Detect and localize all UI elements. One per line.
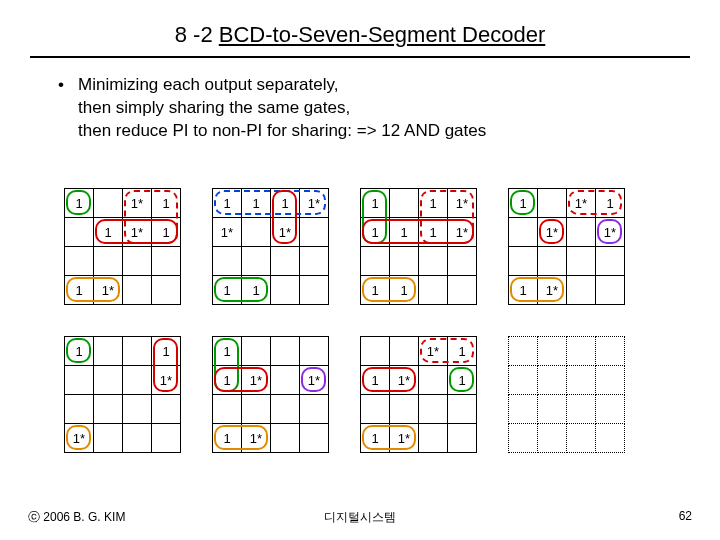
kmap-cell (567, 276, 596, 305)
kmap-cell (65, 247, 94, 276)
kmap-cell: 1* (390, 424, 419, 453)
kmap-cell: 1 (242, 276, 271, 305)
kmap-cell (300, 276, 329, 305)
kmap-cell (596, 424, 625, 453)
kmap-cell: 1* (300, 366, 329, 395)
kmap-cell (123, 247, 152, 276)
kmap-cell: 1* (538, 218, 567, 247)
kmap-cell (242, 337, 271, 366)
kmap-cell: 1* (390, 366, 419, 395)
kmap-cell: 1 (213, 424, 242, 453)
kmap-cell (509, 337, 538, 366)
kmap-cell: 1* (65, 424, 94, 453)
kmap-cell (300, 337, 329, 366)
kmap-cell: 1 (361, 189, 390, 218)
kmap-cell (94, 395, 123, 424)
kmap-cell (271, 366, 300, 395)
kmap-cell (123, 395, 152, 424)
kmap-cell: 1* (271, 218, 300, 247)
kmap-cell: 1* (300, 189, 329, 218)
kmap-cell (538, 366, 567, 395)
kmap-d: 11*11*1*11* (508, 188, 625, 305)
kmap-cell: 1* (123, 189, 152, 218)
kmap-a: 11*111*111* (64, 188, 181, 305)
kmap-cell (152, 247, 181, 276)
slide-title: 8 -2 BCD-to-Seven-Segment Decoder (0, 0, 720, 48)
kmap-cell (94, 247, 123, 276)
kmap-cell (94, 366, 123, 395)
kmap-cell: 1 (448, 337, 477, 366)
kmap-cell (361, 395, 390, 424)
kmap-cell: 1 (271, 189, 300, 218)
kmap-cell (94, 337, 123, 366)
kmap-cell (390, 247, 419, 276)
kmap-cell (94, 189, 123, 218)
kmap-cell (509, 395, 538, 424)
kmap-cell (123, 337, 152, 366)
kmap-cell (152, 395, 181, 424)
kmap-cell (123, 424, 152, 453)
kmap-cell (271, 247, 300, 276)
kmap-cell (242, 395, 271, 424)
kmap-cell: 1 (213, 189, 242, 218)
bullet-line-2: then simply sharing the same gates, (58, 97, 720, 120)
kmap-cell (419, 395, 448, 424)
kmap-cell (419, 276, 448, 305)
kmap-cell: 1* (448, 218, 477, 247)
kmap-cell: 1 (242, 189, 271, 218)
kmap-c: 111*1111*11 (360, 188, 477, 305)
kmap-cell (567, 337, 596, 366)
kmap-cell (538, 337, 567, 366)
kmap-cell: 1* (94, 276, 123, 305)
kmap-cell (509, 424, 538, 453)
footer: ⓒ 2006 B. G. KIM 디지털시스템 62 (28, 509, 692, 526)
kmap-cell: 1* (448, 189, 477, 218)
kmap-g: 1*111*111* (360, 336, 477, 453)
kmap-cell: 1 (419, 189, 448, 218)
footer-center: 디지털시스템 (28, 509, 692, 526)
kmap-cell (538, 247, 567, 276)
kmap-cell (596, 366, 625, 395)
kmap-cell (596, 395, 625, 424)
kmap-cell (596, 247, 625, 276)
kmap-cell (65, 218, 94, 247)
kmap-cell: 1 (213, 366, 242, 395)
kmap-cell (242, 247, 271, 276)
kmap-cell (596, 337, 625, 366)
kmap-cell: 1 (152, 189, 181, 218)
kmap-grid: 11*111*111*1111*1*1*11111*1111*1111*11*1… (64, 188, 664, 468)
kmap-cell (361, 337, 390, 366)
kmap-cell (271, 337, 300, 366)
kmap-f: 111*1*11* (212, 336, 329, 453)
kmap-cell (567, 395, 596, 424)
kmap-cell: 1 (509, 189, 538, 218)
kmap-cell (448, 247, 477, 276)
kmap-cell (390, 395, 419, 424)
kmap-cell: 1 (65, 337, 94, 366)
kmap-cell: 1 (390, 218, 419, 247)
kmap-cell (94, 424, 123, 453)
kmap-cell (419, 424, 448, 453)
kmap-cell (419, 366, 448, 395)
kmap-cell (271, 276, 300, 305)
kmap-cell: 1 (213, 276, 242, 305)
kmap-cell: 1 (152, 337, 181, 366)
kmap-cell (300, 395, 329, 424)
kmap-cell (213, 395, 242, 424)
bullet-line-1: •Minimizing each output separately, (58, 74, 720, 97)
kmap-cell: 1* (123, 218, 152, 247)
kmap-cell: 1 (361, 276, 390, 305)
kmap-cell: 1* (596, 218, 625, 247)
kmap-cell: 1 (213, 337, 242, 366)
kmap-cell: 1 (361, 218, 390, 247)
kmap-cell (271, 424, 300, 453)
kmap-cell: 1 (448, 366, 477, 395)
kmap-cell (509, 247, 538, 276)
kmap-cell (567, 366, 596, 395)
kmap-cell (509, 366, 538, 395)
kmap-placeholder (508, 336, 625, 453)
kmap-cell (65, 366, 94, 395)
kmap-cell (567, 424, 596, 453)
kmap-cell (213, 247, 242, 276)
kmap-cell (448, 395, 477, 424)
